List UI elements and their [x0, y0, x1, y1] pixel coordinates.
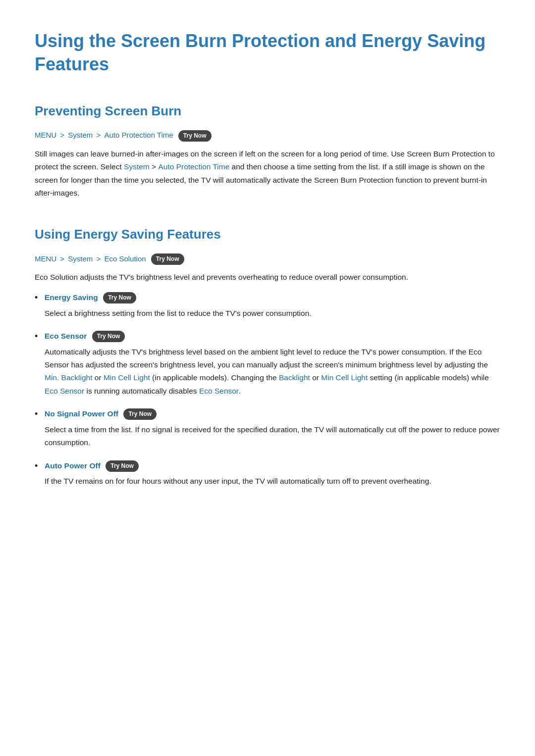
section-screen-burn-body: Still images can leave burned-in after-i…: [35, 148, 500, 200]
try-now-badge-eco-solution[interactable]: Try Now: [151, 253, 184, 265]
link-auto-protection-time: Auto Protection Time: [158, 162, 229, 171]
bullet-label-energy-saving: Energy Saving: [45, 293, 98, 302]
bullet-label-no-signal: No Signal Power Off: [45, 409, 118, 418]
bullet-eco-sensor: Eco Sensor Try Now Automatically adjusts…: [35, 330, 500, 398]
try-now-badge-energy-saving[interactable]: Try Now: [103, 292, 136, 303]
breadcrumb-menu-2: MENU: [35, 254, 56, 263]
bullet-label-auto-power-off: Auto Power Off: [45, 461, 101, 470]
bullet-desc-auto-power-off: If the TV remains on for four hours with…: [45, 475, 500, 488]
bullet-energy-saving: Energy Saving Try Now Select a brightnes…: [35, 291, 500, 320]
bullet-desc-energy-saving: Select a brightness setting from the lis…: [45, 307, 500, 320]
breadcrumb-sep-4: >: [96, 254, 103, 263]
page-title: Using the Screen Burn Protection and Ene…: [35, 30, 500, 76]
breadcrumb-menu: MENU: [35, 131, 56, 139]
section-energy-saving-intro: Eco Solution adjusts the TV's brightness…: [35, 271, 500, 284]
breadcrumb-system-2: System: [68, 254, 93, 263]
link-system: System: [124, 162, 150, 171]
breadcrumb-eco-solution: Eco Solution: [104, 254, 146, 263]
section-screen-burn-title: Preventing Screen Burn: [35, 101, 500, 122]
link-min-cell-light-2: Min Cell Light: [321, 373, 368, 382]
bullet-label-eco-sensor: Eco Sensor: [45, 332, 87, 340]
link-min-cell-light-1: Min Cell Light: [104, 373, 150, 382]
energy-saving-bullets: Energy Saving Try Now Select a brightnes…: [35, 291, 500, 488]
link-backlight: Backlight: [279, 373, 310, 382]
bullet-auto-power-off: Auto Power Off Try Now If the TV remains…: [35, 459, 500, 488]
link-eco-sensor-2: Eco Sensor: [199, 387, 239, 395]
bullet-no-signal-power-off: No Signal Power Off Try Now Select a tim…: [35, 407, 500, 449]
breadcrumb-energy-saving: MENU > System > Eco Solution Try Now: [35, 253, 500, 265]
try-now-badge-no-signal[interactable]: Try Now: [123, 408, 157, 420]
try-now-badge-auto-power-off[interactable]: Try Now: [106, 460, 139, 472]
section-energy-saving-title: Using Energy Saving Features: [35, 224, 500, 245]
try-now-badge-eco-sensor[interactable]: Try Now: [92, 331, 125, 342]
breadcrumb-sep-1: >: [60, 131, 66, 139]
link-min-backlight: Min. Backlight: [45, 373, 92, 382]
breadcrumb-sep-3: >: [60, 254, 66, 263]
bullet-desc-no-signal: Select a time from the list. If no signa…: [45, 423, 500, 450]
link-eco-sensor-1: Eco Sensor: [45, 387, 84, 395]
bullet-desc-eco-sensor: Automatically adjusts the TV's brightnes…: [45, 346, 500, 398]
section-screen-burn: Preventing Screen Burn MENU > System > A…: [35, 101, 500, 200]
breadcrumb-auto-protection-time: Auto Protection Time: [104, 131, 173, 139]
breadcrumb-system: System: [68, 131, 93, 139]
breadcrumb-sep-2: >: [96, 131, 103, 139]
breadcrumb-screen-burn: MENU > System > Auto Protection Time Try…: [35, 129, 500, 142]
try-now-badge-auto-protection[interactable]: Try Now: [178, 130, 212, 142]
section-energy-saving: Using Energy Saving Features MENU > Syst…: [35, 224, 500, 488]
